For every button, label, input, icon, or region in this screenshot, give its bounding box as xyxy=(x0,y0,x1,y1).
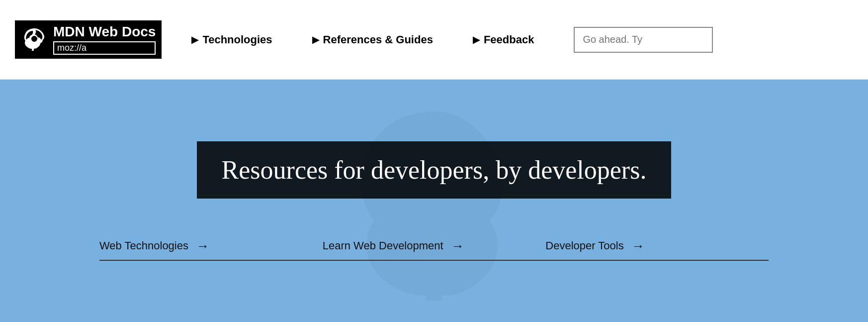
nav-item-technologies[interactable]: ▶ Technologies xyxy=(191,33,272,46)
logo-text-group: MDN Web Docs moz://a xyxy=(53,24,156,55)
logo-title: MDN Web Docs xyxy=(53,24,156,40)
nav-item-feedback[interactable]: ▶ Feedback xyxy=(473,33,534,46)
hero-link-web-technologies[interactable]: Web Technologies → xyxy=(99,238,323,261)
hero-links-container: Web Technologies → Learn Web Development… xyxy=(0,238,868,261)
site-header: MDN Web Docs moz://a ▶ Technologies ▶ Re… xyxy=(0,0,868,80)
nav-arrow-feedback: ▶ xyxy=(473,34,480,45)
hero-link-arrow-learn: → xyxy=(451,238,464,254)
hero-bg-logo-icon xyxy=(335,102,533,301)
hero-link-text-web-technologies: Web Technologies xyxy=(99,239,188,252)
nav-item-references-guides[interactable]: ▶ References & Guides xyxy=(312,33,433,46)
nav-label-feedback: Feedback xyxy=(484,33,534,46)
hero-link-learn-web-development[interactable]: Learn Web Development → xyxy=(323,238,546,261)
nav-label-technologies: Technologies xyxy=(202,33,272,46)
hero-link-content-learn: Learn Web Development → xyxy=(323,238,546,261)
mdn-logo-icon xyxy=(21,26,48,53)
hero-link-content-web-technologies: Web Technologies → xyxy=(99,238,323,261)
hero-link-arrow-web-technologies: → xyxy=(196,238,209,254)
logo-container[interactable]: MDN Web Docs moz://a xyxy=(15,20,162,59)
hero-link-content-tools: Developer Tools → xyxy=(545,238,769,261)
hero-title-box: Resources for developers, by developers. xyxy=(197,141,672,199)
hero-link-developer-tools[interactable]: Developer Tools → xyxy=(545,238,769,261)
hero-link-text-learn: Learn Web Development xyxy=(323,239,443,252)
nav-arrow-technologies: ▶ xyxy=(191,34,198,45)
hero-title: Resources for developers, by developers. xyxy=(222,155,647,185)
nav-arrow-references: ▶ xyxy=(312,34,319,45)
hero-section: Resources for developers, by developers.… xyxy=(0,80,868,322)
search-input[interactable] xyxy=(574,27,713,53)
main-nav: ▶ Technologies ▶ References & Guides ▶ F… xyxy=(191,27,853,53)
hero-link-arrow-tools: → xyxy=(632,238,645,254)
logo-subtitle: moz://a xyxy=(53,41,156,55)
hero-link-text-tools: Developer Tools xyxy=(545,239,623,252)
logo-box: MDN Web Docs moz://a xyxy=(15,20,162,59)
nav-label-references: References & Guides xyxy=(323,33,433,46)
